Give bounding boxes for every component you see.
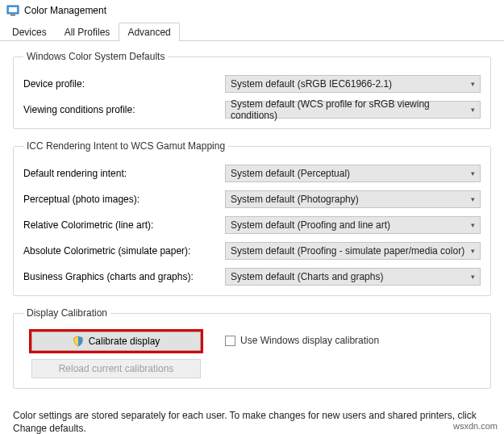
chevron-down-icon: ▾ (471, 169, 475, 177)
row-default-intent: Default rendering intent: System default… (23, 165, 481, 182)
dropdown-value: System default (Perceptual) (231, 168, 350, 179)
group-gamut-mapping: ICC Rendering Intent to WCS Gamut Mappin… (13, 140, 491, 296)
tab-devices[interactable]: Devices (3, 23, 56, 41)
row-device-profile: Device profile: System default (sRGB IEC… (23, 75, 481, 93)
tab-content: Windows Color System Defaults Device pro… (0, 41, 504, 407)
label-viewing-conditions: Viewing conditions profile: (23, 104, 225, 115)
dropdown-perceptual[interactable]: System default (Photography) ▾ (225, 190, 481, 208)
row-relative: Relative Colorimetric (line art): System… (23, 216, 481, 234)
group-wcs-defaults: Windows Color System Defaults Device pro… (13, 51, 491, 129)
label-absolute: Absolute Colorimetric (simulate paper): (23, 245, 225, 257)
reload-calibrations-button: Reload current calibrations (31, 359, 201, 378)
footer-text: Color settings are stored separately for… (0, 407, 504, 434)
use-windows-calibration-checkbox[interactable]: Use Windows display calibration (225, 335, 379, 346)
row-business: Business Graphics (charts and graphs): S… (23, 268, 481, 286)
dropdown-value: System default (Photography) (231, 194, 359, 205)
legend-gamut-mapping: ICC Rendering Intent to WCS Gamut Mappin… (23, 140, 228, 152)
button-label: Calibrate display (89, 336, 160, 347)
dropdown-value: System default (WCS profile for sRGB vie… (231, 98, 471, 121)
chevron-down-icon: ▾ (471, 247, 475, 255)
label-perceptual: Perceptual (photo images): (23, 194, 225, 205)
chevron-down-icon: ▾ (471, 80, 475, 88)
row-absolute: Absolute Colorimetric (simulate paper): … (23, 242, 481, 260)
title-bar: Color Management (0, 0, 504, 21)
dropdown-default-intent[interactable]: System default (Perceptual) ▾ (225, 165, 481, 182)
legend-display-calibration: Display Calibration (23, 307, 110, 319)
label-default-intent: Default rendering intent: (23, 168, 225, 179)
label-relative: Relative Colorimetric (line art): (23, 219, 225, 231)
dropdown-viewing-conditions[interactable]: System default (WCS profile for sRGB vie… (225, 101, 481, 119)
svg-rect-2 (10, 15, 15, 16)
row-viewing-conditions: Viewing conditions profile: System defau… (23, 101, 481, 119)
dropdown-value: System default (Proofing - simulate pape… (231, 245, 464, 257)
svg-rect-1 (9, 7, 17, 12)
group-display-calibration: Display Calibration Calibrate display Re… (13, 307, 491, 389)
legend-wcs-defaults: Windows Color System Defaults (23, 51, 168, 62)
tab-advanced[interactable]: Advanced (119, 23, 179, 41)
dropdown-value: System default (sRGB IEC61966-2.1) (231, 78, 392, 90)
dropdown-relative[interactable]: System default (Proofing and line art) ▾ (225, 216, 481, 234)
shield-icon (73, 336, 84, 347)
button-label: Reload current calibrations (59, 363, 174, 374)
window-title: Color Management (24, 5, 106, 16)
label-business: Business Graphics (charts and graphs): (23, 271, 225, 282)
dropdown-value: System default (Charts and graphs) (231, 271, 383, 282)
checkbox-label: Use Windows display calibration (240, 335, 379, 346)
chevron-down-icon: ▾ (471, 195, 475, 203)
chevron-down-icon: ▾ (471, 221, 475, 229)
dropdown-device-profile[interactable]: System default (sRGB IEC61966-2.1) ▾ (225, 75, 481, 93)
dropdown-absolute[interactable]: System default (Proofing - simulate pape… (225, 242, 481, 260)
checkbox-box-icon (225, 336, 235, 346)
chevron-down-icon: ▾ (471, 106, 475, 114)
dropdown-value: System default (Proofing and line art) (231, 219, 390, 231)
watermark: wsxdn.com (453, 421, 498, 431)
label-device-profile: Device profile: (23, 78, 225, 90)
chevron-down-icon: ▾ (471, 273, 475, 281)
dropdown-business[interactable]: System default (Charts and graphs) ▾ (225, 268, 481, 286)
app-icon (6, 4, 19, 17)
calibrate-display-button[interactable]: Calibrate display (31, 332, 201, 351)
row-perceptual: Perceptual (photo images): System defaul… (23, 190, 481, 208)
tab-strip: Devices All Profiles Advanced (0, 21, 504, 41)
tab-all-profiles[interactable]: All Profiles (56, 23, 119, 41)
